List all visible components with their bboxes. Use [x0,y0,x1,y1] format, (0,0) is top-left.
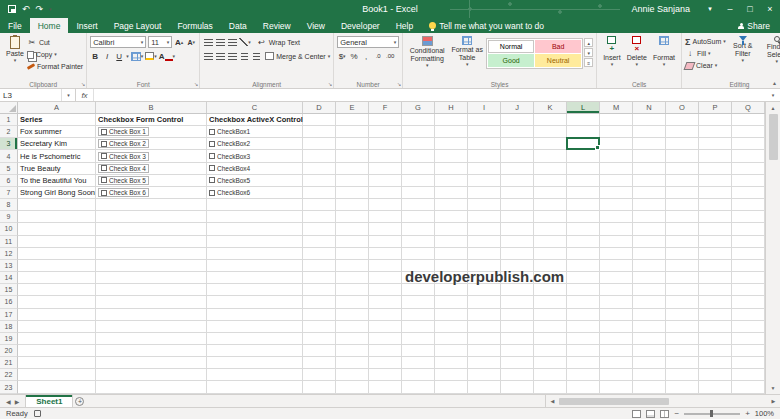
cell-B11[interactable] [96,236,207,248]
cell-C9[interactable] [207,211,303,223]
cell-I20[interactable] [468,345,501,357]
cell-A1[interactable]: Series [18,114,96,126]
cell-N1[interactable] [633,114,666,126]
find-select-button[interactable]: Find & Select ▾ [760,35,780,79]
font-dialog-launcher[interactable]: ↘ [194,82,198,87]
cell-H3[interactable] [435,138,468,150]
form-checkbox[interactable]: Check Box 5 [98,176,149,185]
cell-M19[interactable] [600,333,633,345]
cell-D4[interactable] [303,150,336,162]
cell-E21[interactable] [336,357,369,369]
save-icon[interactable] [8,5,16,13]
cell-A13[interactable] [18,260,96,272]
cell-H10[interactable] [435,223,468,235]
cell-O4[interactable] [666,150,699,162]
italic-button[interactable]: I [102,51,112,62]
row-header-21[interactable]: 21 [0,357,18,369]
cell-J16[interactable] [501,296,534,308]
cell-L8[interactable] [567,199,600,211]
cell-I22[interactable] [468,369,501,381]
cell-Q11[interactable] [732,236,765,248]
cell-D11[interactable] [303,236,336,248]
cell-O22[interactable] [666,369,699,381]
cell-M12[interactable] [600,248,633,260]
undo-icon[interactable]: ↶ [22,5,30,14]
cell-P12[interactable] [699,248,732,260]
cell-G8[interactable] [402,199,435,211]
cell-O20[interactable] [666,345,699,357]
zoom-in-icon[interactable]: + [745,409,750,418]
cell-J19[interactable] [501,333,534,345]
cell-G5[interactable] [402,163,435,175]
cell-J7[interactable] [501,187,534,199]
cell-P15[interactable] [699,284,732,296]
cell-C14[interactable] [207,272,303,284]
cell-C13[interactable] [207,260,303,272]
cell-L9[interactable] [567,211,600,223]
cell-M3[interactable] [600,138,633,150]
cell-B12[interactable] [96,248,207,260]
cell-E8[interactable] [336,199,369,211]
cell-I3[interactable] [468,138,501,150]
cell-D3[interactable] [303,138,336,150]
name-box[interactable]: L3 [0,89,62,101]
cell-F4[interactable] [369,150,402,162]
cell-P5[interactable] [699,163,732,175]
row-header-9[interactable]: 9 [0,211,18,223]
cell-M13[interactable] [600,260,633,272]
cell-P21[interactable] [699,357,732,369]
cell-B10[interactable] [96,223,207,235]
cell-Q4[interactable] [732,150,765,162]
accounting-format-icon[interactable]: $▾ [337,51,347,62]
align-right-icon[interactable] [227,51,237,62]
cell-N15[interactable] [633,284,666,296]
row-header-15[interactable]: 15 [0,284,18,296]
cell-J8[interactable] [501,199,534,211]
cell-D14[interactable] [303,272,336,284]
tab-page-layout[interactable]: Page Layout [106,18,170,33]
cell-E17[interactable] [336,309,369,321]
cell-H6[interactable] [435,175,468,187]
cell-I4[interactable] [468,150,501,162]
decrease-indent-icon[interactable] [239,51,249,62]
cell-G1[interactable] [402,114,435,126]
cell-F9[interactable] [369,211,402,223]
wrap-text-button[interactable]: ↩ Wrap Text [257,37,300,48]
cell-N7[interactable] [633,187,666,199]
cell-I10[interactable] [468,223,501,235]
cell-D12[interactable] [303,248,336,260]
cell-O19[interactable] [666,333,699,345]
scroll-down-icon[interactable]: ▼ [766,382,780,394]
cell-L23[interactable] [567,381,600,393]
cell-A15[interactable] [18,284,96,296]
cell-E4[interactable] [336,150,369,162]
cell-B20[interactable] [96,345,207,357]
cell-K2[interactable] [534,126,567,138]
cell-D19[interactable] [303,333,336,345]
cell-N5[interactable] [633,163,666,175]
align-left-icon[interactable] [203,51,213,62]
cell-style-neutral[interactable]: Neutral [535,54,581,67]
cell-C11[interactable] [207,236,303,248]
cell-C1[interactable]: Checkbox ActiveX Control [207,114,303,126]
cell-M23[interactable] [600,381,633,393]
cell-E10[interactable] [336,223,369,235]
cell-F15[interactable] [369,284,402,296]
autosum-button[interactable]: Σ AutoSum ▾ [685,36,726,47]
cell-K18[interactable] [534,321,567,333]
cell-Q5[interactable] [732,163,765,175]
cell-G7[interactable] [402,187,435,199]
cell-G11[interactable] [402,236,435,248]
conditional-formatting-button[interactable]: Conditional Formatting ▾ [406,35,448,79]
cell-F10[interactable] [369,223,402,235]
page-break-view-icon[interactable] [660,410,669,418]
cell-H7[interactable] [435,187,468,199]
cell-E13[interactable] [336,260,369,272]
cell-K6[interactable] [534,175,567,187]
cell-J18[interactable] [501,321,534,333]
cell-H8[interactable] [435,199,468,211]
scroll-up-icon[interactable]: ▲ [766,102,780,114]
maximize-button[interactable]: □ [740,0,760,18]
cell-O16[interactable] [666,296,699,308]
cell-Q21[interactable] [732,357,765,369]
